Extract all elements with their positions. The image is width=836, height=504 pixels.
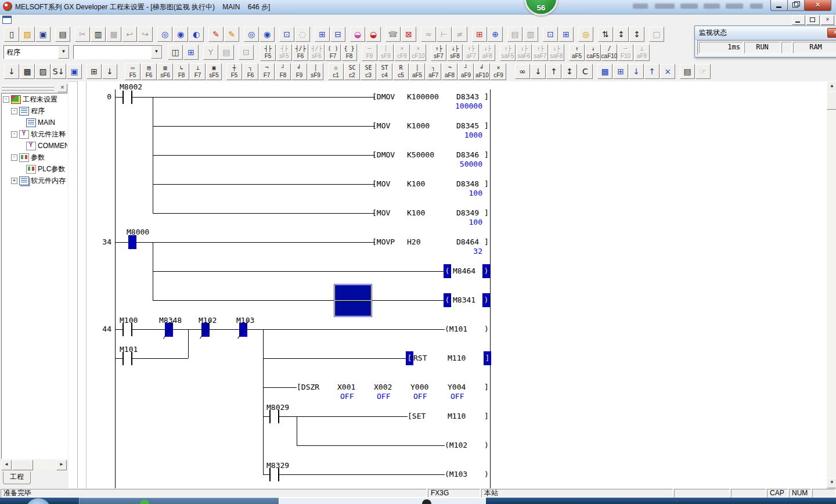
vertical-scrollbar[interactable]: ▲ ▼ — [827, 81, 836, 488]
chevron-down-icon[interactable]: ▼ — [58, 46, 69, 59]
note-icon[interactable]: ▩ — [20, 64, 35, 79]
operand[interactable]: X001 — [337, 383, 355, 392]
scroll-right-icon[interactable]: ► — [56, 460, 67, 470]
collapse-icon[interactable] — [3, 96, 9, 103]
open-contact[interactable] — [122, 323, 132, 336]
coil-button[interactable]: ( )F7 — [325, 44, 341, 61]
corner-br-button[interactable]: ┘F8 — [275, 63, 291, 80]
start-orb[interactable] — [26, 498, 51, 504]
instruction[interactable]: MOV — [372, 121, 390, 131]
energized-contact[interactable] — [128, 235, 136, 249]
menu-item[interactable] — [88, 19, 96, 21]
step-no-icon[interactable]: S↓ — [51, 64, 66, 79]
tree-item-device-comment[interactable]: 软元件注释 — [2, 128, 67, 140]
cross-line-button[interactable]: ┼F5 — [226, 63, 242, 80]
tree-item-device-memory[interactable]: 软元件内存 — [2, 175, 67, 186]
menu-item[interactable] — [31, 19, 39, 21]
tree-down-icon[interactable]: ↓ — [102, 64, 117, 79]
closed-branch-button[interactable]: ┤/├sF6 — [309, 44, 325, 61]
closed-contact-button[interactable]: ┤/├F6 — [293, 44, 308, 61]
open-contact[interactable] — [269, 410, 279, 423]
energized-coil-open[interactable]: ( — [444, 264, 451, 278]
corner-tl-button[interactable]: ¬F7 — [259, 63, 275, 80]
close-button[interactable]: ✕ — [804, 0, 831, 11]
cascade-window-icon[interactable]: ⊡ — [543, 27, 558, 42]
vline-button[interactable]: │sF9 — [308, 63, 323, 80]
operand[interactable]: K100000 — [407, 92, 439, 102]
redo-icon[interactable]: ↪ — [138, 27, 153, 42]
vertical-line-button[interactable]: │sF9 — [378, 44, 394, 61]
select-mode-icon[interactable]: ▩ — [597, 64, 612, 79]
mdi-restore-button[interactable] — [806, 15, 820, 25]
comment-display-icon[interactable]: ◫ — [168, 45, 183, 60]
falling-pulse-button[interactable]: ↓├sF8 — [447, 44, 463, 61]
open-contact[interactable] — [269, 468, 279, 481]
sort-insert-icon[interactable]: ↕ — [614, 27, 629, 42]
instruction[interactable]: DMOV — [372, 150, 395, 160]
jump-button[interactable]: ↳F8 — [174, 63, 189, 80]
scrollbar-thumb[interactable] — [827, 91, 836, 110]
open-contact[interactable] — [122, 91, 132, 104]
coil[interactable]: M103 — [445, 470, 467, 479]
corner2-tl-button[interactable]: ¬aF8 — [442, 63, 457, 80]
operand[interactable]: M110 — [448, 354, 466, 363]
sidebar-close-button[interactable]: × — [57, 84, 67, 92]
delete-x-button[interactable]: ×cF9 — [491, 63, 506, 80]
operand[interactable]: D8349 — [456, 208, 479, 218]
rising-pulse-closed-button[interactable]: ↑├saF5 — [500, 44, 516, 61]
tree-item-program[interactable]: 程序 — [2, 105, 67, 117]
result-falling-button[interactable]: ↓caF5 — [585, 44, 601, 61]
remote-operation-icon[interactable]: ☎ — [385, 27, 401, 42]
wire-check-button[interactable]: ⊥aF9 — [634, 44, 650, 61]
monitor-mode-icon[interactable]: ◒ — [350, 27, 365, 42]
window-layers-icon[interactable]: ⊞ — [613, 64, 628, 79]
project-data-list-icon[interactable]: ⊟ — [330, 27, 345, 42]
operand[interactable]: D8464 — [456, 237, 479, 247]
select-box-button[interactable]: ▫c1 — [328, 63, 344, 80]
se-button[interactable]: SEc3 — [361, 63, 376, 80]
error-note-icon[interactable]: ▨ — [35, 64, 51, 79]
tree-item-comment[interactable]: COMMENT — [2, 140, 67, 152]
instruction[interactable]: SET — [408, 412, 426, 421]
tree-item-project-root[interactable]: 工程未设置 — [2, 93, 67, 105]
program-mode-icon[interactable]: ⊞ — [315, 27, 330, 42]
application-instruction-button[interactable]: { }F8 — [341, 44, 357, 61]
operation-inversion-button[interactable]: /caF10 — [601, 44, 617, 61]
instruction[interactable]: DMOV — [372, 92, 395, 102]
restore-button[interactable] — [787, 0, 805, 11]
mdi-close-button[interactable]: × — [821, 15, 834, 25]
scroll-down-icon[interactable]: ▼ — [827, 478, 836, 488]
jump-step-icon[interactable]: ↕ — [562, 64, 577, 79]
scroll-left-icon[interactable]: ◄ — [1, 460, 12, 470]
step-run-icon[interactable]: ≈ — [421, 27, 436, 42]
sort-updown-icon[interactable]: ⇅ — [598, 27, 613, 42]
rising-pulse-branch-button[interactable]: ↑├aF7 — [463, 44, 479, 61]
taskbar-button[interactable] — [79, 498, 280, 504]
sc-button[interactable]: SCc2 — [344, 63, 360, 80]
energized-coil-open[interactable]: ( — [444, 293, 451, 307]
taskbar-button-active[interactable] — [279, 498, 486, 504]
paste-icon[interactable]: ▦ — [106, 27, 121, 42]
label-display-icon[interactable]: Y — [203, 45, 218, 60]
menu-item[interactable] — [39, 19, 48, 21]
line-delete-button[interactable]: ─F10 — [618, 44, 633, 61]
corner2-br-button[interactable]: ┘aF9 — [458, 63, 474, 80]
minimize-button[interactable] — [770, 0, 788, 11]
instruction[interactable]: DSZR — [297, 383, 319, 392]
program-select[interactable]: 程序 ▼ — [3, 45, 70, 59]
inline-statement-icon[interactable]: ▣ — [67, 64, 82, 79]
instruction[interactable]: MOV — [372, 179, 390, 189]
sampling-trace-icon[interactable]: ▥ — [523, 27, 538, 42]
tree-item-main[interactable]: MAIN — [2, 117, 67, 128]
operand[interactable]: D8348 — [456, 179, 479, 189]
corner-tr-button[interactable]: ┐F6 — [243, 63, 258, 80]
row-delete-button[interactable]: ▥sF6 — [157, 63, 173, 80]
ladder-editor[interactable]: 0 34 44 M8002 DMOV K100000 D8343 100000 … — [77, 81, 827, 488]
horizontal-line-button[interactable]: ─F9 — [362, 44, 377, 61]
operand[interactable]: K100 — [407, 179, 425, 189]
r-button[interactable]: Rc5 — [393, 63, 409, 80]
device-test-icon[interactable]: ✎ — [208, 27, 224, 42]
rung-insert-button[interactable]: ▭F5 — [125, 63, 140, 80]
tree-item-parameter[interactable]: 参数 — [2, 152, 67, 163]
title-bar[interactable]: MELSOFT系列 GX Developer 工程未设置 - [梯形图(监视 执… — [0, 0, 836, 15]
